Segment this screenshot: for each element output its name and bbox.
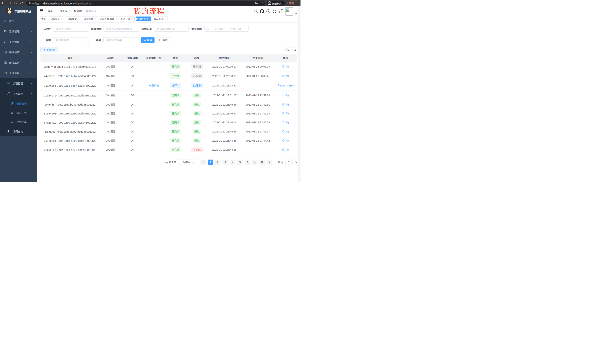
svg-text:?: ?: [268, 10, 269, 13]
